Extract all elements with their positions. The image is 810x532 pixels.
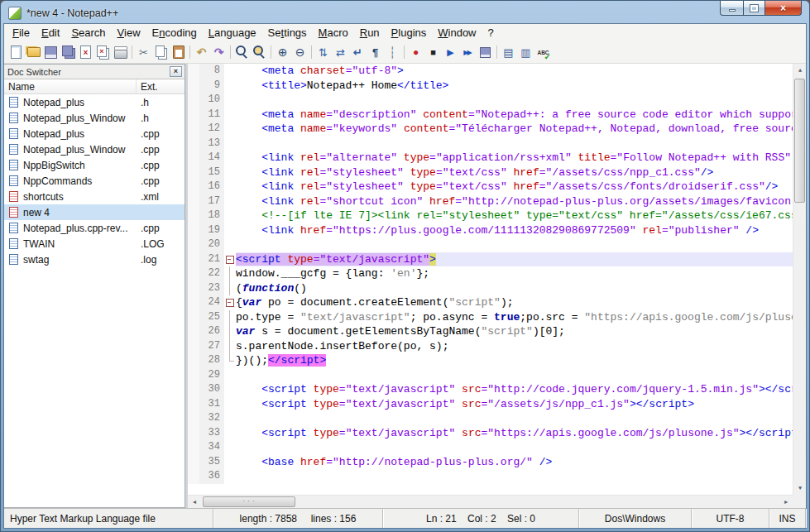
word-wrap-icon[interactable] xyxy=(349,44,367,61)
menu-item-run[interactable]: Run xyxy=(354,25,386,41)
save-icon[interactable] xyxy=(42,44,60,61)
macro-play-icon[interactable] xyxy=(442,44,459,61)
editor-line[interactable]: 16<link rel="stylesheet" type="text/css"… xyxy=(188,180,793,194)
scroll-up-button[interactable] xyxy=(793,64,806,77)
replace-icon[interactable] xyxy=(251,44,268,61)
editor-line[interactable]: 24{var po = document.createElement("scri… xyxy=(188,295,793,310)
editor-line[interactable]: 15<link rel="stylesheet" type="text/css"… xyxy=(188,165,793,180)
doc-switcher-row[interactable]: new 4 xyxy=(4,204,185,220)
sync-horizontal-icon[interactable] xyxy=(332,44,349,61)
scroll-down-button[interactable] xyxy=(793,482,806,495)
editor-line[interactable]: 29 xyxy=(188,368,793,383)
menu-item-file[interactable]: File xyxy=(7,25,36,41)
menu-item-search[interactable]: Search xyxy=(65,25,111,41)
menu-item-language[interactable]: Language xyxy=(203,25,262,41)
horizontal-scroll-thumb[interactable] xyxy=(203,496,295,507)
editor-line[interactable]: 12<meta name="keywords" content="Télécha… xyxy=(188,122,793,137)
doc-switcher-row[interactable]: Notepad_plus.cpp-rev....cpp xyxy=(4,220,185,236)
title-bar[interactable]: *new 4 - Notepad++ × xyxy=(3,1,807,23)
fold-marker[interactable] xyxy=(224,295,236,310)
zoom-in-icon[interactable] xyxy=(274,44,291,61)
close-all-icon[interactable] xyxy=(94,44,112,61)
editor-line[interactable]: 27s.parentNode.insertBefore(po, s); xyxy=(188,339,793,354)
editor-line[interactable]: 28})();</script> xyxy=(188,353,793,368)
caption-buttons: × xyxy=(721,1,802,16)
undo-icon[interactable] xyxy=(193,44,210,61)
minimize-button[interactable] xyxy=(720,1,744,16)
doc-switcher-icon[interactable] xyxy=(517,44,534,61)
menu-item-settings[interactable]: Settings xyxy=(262,25,313,41)
new-file-icon[interactable] xyxy=(7,44,25,61)
indent-guide-icon[interactable] xyxy=(384,44,401,61)
menu-item-window[interactable]: Window xyxy=(432,25,482,41)
redo-icon[interactable] xyxy=(210,44,228,61)
scroll-left-button[interactable] xyxy=(188,496,201,508)
editor-line[interactable]: 9<title>Notepad++ Home</title> xyxy=(188,79,793,93)
editor-line[interactable]: 23(function() xyxy=(188,281,793,296)
macro-save-icon[interactable] xyxy=(477,44,494,61)
editor-line[interactable]: 25po.type = "text/javascript"; po.async … xyxy=(188,310,793,325)
editor-line[interactable]: 21<script type="text/javascript"> xyxy=(188,252,793,267)
save-all-icon[interactable] xyxy=(60,44,77,61)
editor-line[interactable]: 33<script type="text/javascript" src="ht… xyxy=(188,426,793,441)
vertical-scrollbar[interactable] xyxy=(793,64,806,495)
editor-line[interactable]: 13 xyxy=(188,137,793,151)
copy-icon[interactable] xyxy=(152,44,170,61)
name-column-header[interactable]: Name xyxy=(4,79,137,93)
fold-marker[interactable] xyxy=(224,252,236,267)
menu-item-help[interactable]: ? xyxy=(482,25,500,41)
print-icon[interactable] xyxy=(112,44,129,61)
document-map-icon[interactable] xyxy=(500,44,517,61)
cut-icon[interactable] xyxy=(135,44,152,61)
spell-check-icon[interactable] xyxy=(534,44,552,61)
editor-line[interactable]: 22window.___gcfg = {lang: 'en'}; xyxy=(188,266,793,281)
menu-item-view[interactable]: View xyxy=(112,25,146,41)
close-button[interactable]: × xyxy=(764,1,802,16)
editor-line[interactable]: 36 xyxy=(188,469,793,484)
zoom-out-icon[interactable] xyxy=(291,44,309,61)
menu-item-plugins[interactable]: Plugins xyxy=(386,25,433,41)
doc-switcher-row[interactable]: Notepad_plus_Window.cpp xyxy=(4,141,185,157)
editor-line[interactable]: 31<script type="text/javascript" src="/a… xyxy=(188,397,793,412)
ext-column-header[interactable]: Ext. xyxy=(137,79,185,93)
editor-line[interactable]: 30<script type="text/javascript" src="ht… xyxy=(188,382,793,397)
vertical-scroll-thumb[interactable] xyxy=(794,79,805,203)
open-folder-icon[interactable] xyxy=(25,44,42,61)
doc-switcher-row[interactable]: swtag.log xyxy=(4,252,185,267)
editor-line[interactable]: 10 xyxy=(188,93,793,108)
editor[interactable]: 8<meta charset="utf-8">9<title>Notepad++… xyxy=(188,64,806,508)
menu-item-encoding[interactable]: Encoding xyxy=(146,25,203,41)
show-all-characters-icon[interactable] xyxy=(367,44,384,61)
macro-record-icon[interactable] xyxy=(407,44,424,61)
editor-line[interactable]: 26var s = document.getElementsByTagName(… xyxy=(188,324,793,339)
doc-switcher-row[interactable]: NppBigSwitch.cpp xyxy=(4,157,185,173)
close-icon[interactable] xyxy=(77,44,94,61)
macro-stop-icon[interactable] xyxy=(424,44,442,61)
menu-item-macro[interactable]: Macro xyxy=(313,25,354,41)
doc-switcher-row[interactable]: shortcuts.xml xyxy=(4,189,185,204)
editor-line[interactable]: 19<link href="https://plus.google.com/11… xyxy=(188,223,793,238)
doc-switcher-row[interactable]: Notepad_plus.h xyxy=(4,94,185,110)
doc-switcher-row[interactable]: TWAIN.LOG xyxy=(4,236,185,252)
editor-line[interactable]: 11<meta name="description" content="Note… xyxy=(188,108,793,122)
editor-line[interactable]: 14<link rel="alternate" type="applicatio… xyxy=(188,151,793,165)
find-icon[interactable] xyxy=(233,44,251,61)
maximize-button[interactable] xyxy=(743,1,765,16)
editor-line[interactable]: 35<base href="http://notepad-plus-plus.o… xyxy=(188,455,793,470)
editor-line[interactable]: 18<!--[if lte IE 7]><link rel="styleshee… xyxy=(188,208,793,223)
editor-line[interactable]: 8<meta charset="utf-8"> xyxy=(188,64,793,79)
panel-close-button[interactable]: × xyxy=(170,66,182,77)
menu-item-edit[interactable]: Edit xyxy=(36,25,65,41)
doc-switcher-row[interactable]: NppCommands.cpp xyxy=(4,173,185,189)
doc-switcher-row[interactable]: Notepad_plus.cpp xyxy=(4,126,185,141)
doc-switcher-row[interactable]: Notepad_plus_Window.h xyxy=(4,110,185,126)
editor-line[interactable]: 20 xyxy=(188,237,793,252)
sync-vertical-icon[interactable] xyxy=(314,44,332,61)
editor-line[interactable]: 34 xyxy=(188,440,793,455)
editor-line[interactable]: 17<link rel="shortcut icon" href="http:/… xyxy=(188,194,793,209)
horizontal-scrollbar[interactable] xyxy=(188,495,793,508)
editor-line[interactable]: 32 xyxy=(188,411,793,426)
macro-run-multiple-icon[interactable] xyxy=(459,44,477,61)
paste-icon[interactable] xyxy=(170,44,187,61)
scroll-right-button[interactable] xyxy=(779,496,793,508)
